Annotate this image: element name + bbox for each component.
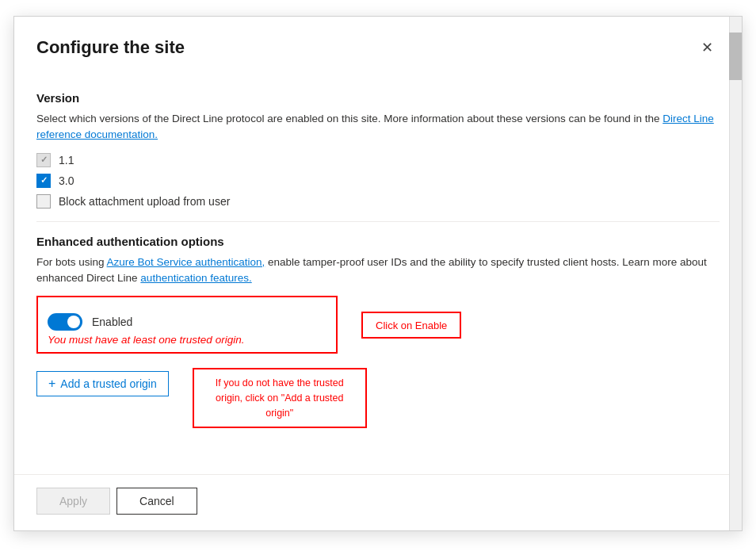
checkbox-row-1-1: ✓ 1.1	[36, 153, 720, 167]
toggle-label: Enabled	[92, 316, 132, 328]
toggle-row: Enabled	[48, 313, 326, 331]
toggle-section: Enabled You must have at least one trust…	[36, 296, 338, 354]
enabled-toggle[interactable]	[48, 313, 82, 331]
version-desc-text: Select which versions of the Direct Line…	[36, 113, 659, 124]
dialog-title: Configure the site	[36, 37, 185, 58]
add-origin-label: Add a trusted origin	[60, 377, 156, 390]
version-description: Select which versions of the Direct Line…	[36, 111, 720, 144]
toggle-knob	[67, 316, 80, 328]
trusted-origin-hint-text: If you do not have the trusted origin, c…	[204, 376, 356, 420]
version-section: Version Select which versions of the Dir…	[36, 91, 720, 209]
checkbox-3-0[interactable]: ✓	[36, 174, 51, 188]
checkbox-row-3-0: ✓ 3.0	[36, 174, 720, 188]
content-area: Version Select which versions of the Dir…	[36, 91, 720, 428]
add-trusted-origin-button[interactable]: + Add a trusted origin	[36, 371, 169, 396]
auth-features-link[interactable]: authentication features.	[140, 272, 251, 284]
dialog-footer: Apply Cancel	[14, 474, 742, 530]
close-button[interactable]: ✕	[695, 36, 720, 59]
checkbox-block[interactable]	[36, 194, 51, 209]
scrollbar[interactable]	[729, 17, 742, 530]
enhanced-auth-section: Enhanced authentication options For bots…	[36, 235, 720, 429]
add-origin-wrapper: + Add a trusted origin	[36, 362, 169, 396]
checkbox-1-1-label: 1.1	[59, 154, 74, 166]
enhanced-desc-1: For bots using	[36, 256, 105, 268]
section-divider	[36, 221, 720, 222]
dialog-header: Configure the site ✕	[14, 17, 742, 72]
cancel-button[interactable]: Cancel	[116, 488, 197, 515]
click-enable-text: Click on Enable	[376, 320, 447, 331]
checkbox-block-label: Block attachment upload from user	[59, 195, 230, 208]
version-heading: Version	[36, 91, 720, 105]
apply-button[interactable]: Apply	[36, 488, 110, 515]
checkbox-1-1[interactable]: ✓	[36, 153, 51, 167]
trusted-origin-warning: You must have at least one trusted origi…	[48, 334, 326, 346]
checkmark-1-1: ✓	[40, 155, 48, 165]
azure-bot-service-link[interactable]: Azure Bot Service authentication,	[107, 256, 265, 268]
enhanced-auth-heading: Enhanced authentication options	[36, 235, 720, 248]
enhanced-auth-description: For bots using Azure Bot Service authent…	[36, 255, 720, 287]
trusted-origin-hint-annotation: If you do not have the trusted origin, c…	[193, 368, 367, 428]
checkbox-row-block: Block attachment upload from user	[36, 194, 720, 209]
checkmark-3-0: ✓	[40, 175, 48, 186]
checkbox-3-0-label: 3.0	[59, 174, 74, 187]
click-enable-annotation: Click on Enable	[361, 312, 461, 339]
scrollbar-thumb[interactable]	[729, 33, 742, 80]
dialog-body: Version Select which versions of the Dir…	[14, 72, 742, 474]
plus-icon: +	[48, 377, 55, 391]
